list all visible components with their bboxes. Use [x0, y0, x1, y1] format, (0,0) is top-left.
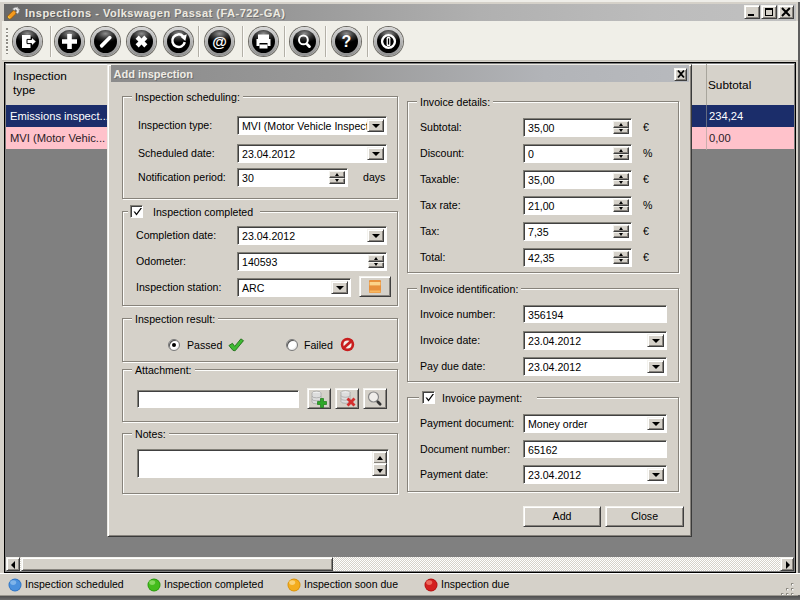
svg-text:@: @ [212, 33, 227, 50]
svg-text:?: ? [342, 33, 352, 50]
